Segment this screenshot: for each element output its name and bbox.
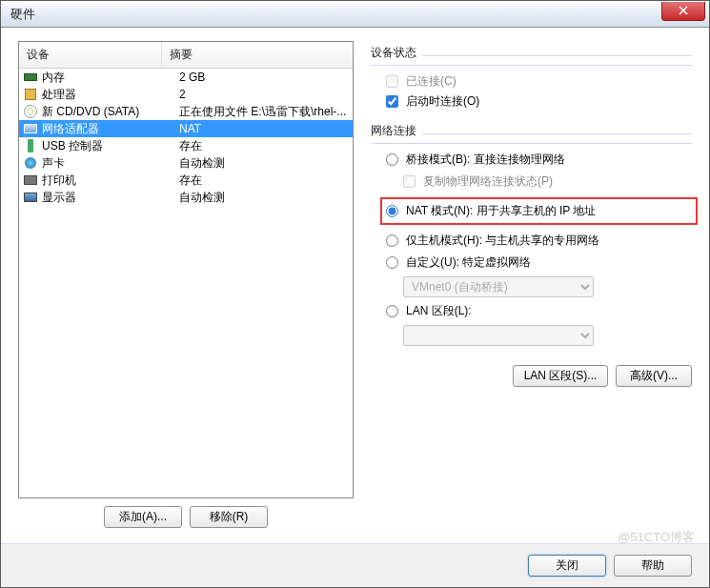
- lan-segment-radio[interactable]: [386, 305, 398, 317]
- table-row[interactable]: 内存2 GB: [19, 69, 353, 86]
- remove-button[interactable]: 移除(R): [190, 506, 268, 528]
- bridged-radio[interactable]: [386, 153, 398, 166]
- titlebar: 硬件: [1, 1, 709, 28]
- dialog-footer: 关闭 帮助: [1, 543, 709, 587]
- dialog-body: 设备 摘要 内存2 GB处理器2新 CD/DVD (SATA)正在使用文件 E:…: [1, 28, 709, 543]
- sound-icon: [23, 155, 38, 171]
- device-summary: 2: [179, 88, 349, 101]
- network-connection-group: 网络连接 桥接模式(B): 直接连接物理网络 复制物理网络连接状态(P) NAT…: [371, 123, 692, 346]
- replicate-checkbox: [403, 175, 416, 188]
- usb-icon: [23, 138, 38, 153]
- close-dialog-button[interactable]: 关闭: [528, 555, 606, 577]
- add-button[interactable]: 添加(A)...: [104, 506, 182, 528]
- lan-segments-button[interactable]: LAN 区段(S)...: [513, 365, 608, 387]
- connected-checkbox-row[interactable]: 已连接(C): [386, 73, 692, 90]
- display-icon: [23, 190, 38, 205]
- net-icon: [23, 121, 38, 136]
- bridged-radio-row[interactable]: 桥接模式(B): 直接连接物理网络: [386, 152, 692, 168]
- lan-segment-select: [403, 325, 594, 346]
- table-row[interactable]: 网络适配器NAT: [19, 120, 353, 137]
- device-status-group: 设备状态 已连接(C) 启动时连接(O): [371, 45, 692, 110]
- custom-network-select: VMnet0 (自动桥接): [403, 276, 594, 297]
- device-summary: 正在使用文件 E:\迅雷下载\rhel-...: [179, 104, 349, 120]
- close-button[interactable]: [661, 2, 705, 21]
- group-title-network: 网络连接: [371, 123, 416, 139]
- device-name: 声卡: [42, 155, 179, 172]
- device-name: 打印机: [42, 172, 179, 189]
- custom-radio-row[interactable]: 自定义(U): 特定虚拟网络: [386, 254, 692, 271]
- nat-radio[interactable]: [386, 205, 398, 217]
- device-summary: 存在: [179, 172, 349, 189]
- connect-on-start-checkbox[interactable]: [386, 95, 398, 108]
- device-name: 显示器: [42, 190, 179, 206]
- device-table: 设备 摘要 内存2 GB处理器2新 CD/DVD (SATA)正在使用文件 E:…: [18, 41, 354, 498]
- hostonly-radio[interactable]: [386, 234, 398, 247]
- advanced-button[interactable]: 高级(V)...: [616, 365, 692, 387]
- col-summary[interactable]: 摘要: [162, 42, 353, 68]
- cd-icon: [23, 104, 38, 119]
- hardware-dialog: 硬件 设备 摘要 内存2 GB处理器2新 CD/DVD (SATA)正在使用文件…: [0, 0, 710, 588]
- table-row[interactable]: 处理器2: [19, 86, 353, 103]
- memory-icon: [23, 70, 38, 85]
- cpu-icon: [23, 87, 38, 102]
- connect-on-start-row[interactable]: 启动时连接(O): [386, 93, 692, 110]
- device-summary: NAT: [179, 122, 349, 135]
- network-extra-buttons: LAN 区段(S)... 高级(V)...: [371, 365, 692, 387]
- table-row[interactable]: 显示器自动检测: [19, 189, 353, 206]
- device-name: USB 控制器: [42, 138, 179, 154]
- table-header: 设备 摘要: [19, 42, 353, 69]
- table-row[interactable]: USB 控制器存在: [19, 137, 353, 154]
- table-row[interactable]: 声卡自动检测: [19, 154, 353, 172]
- device-summary: 2 GB: [179, 71, 349, 84]
- custom-radio[interactable]: [386, 256, 398, 269]
- nat-highlight: NAT 模式(N): 用于共享主机的 IP 地址: [380, 197, 698, 225]
- connected-checkbox: [386, 75, 398, 88]
- settings-pane: 设备状态 已连接(C) 启动时连接(O) 网络连接: [371, 41, 692, 534]
- device-summary: 自动检测: [179, 155, 349, 172]
- device-buttons: 添加(A)... 移除(R): [18, 506, 354, 528]
- device-name: 新 CD/DVD (SATA): [42, 104, 179, 120]
- help-button[interactable]: 帮助: [614, 555, 692, 577]
- hostonly-radio-row[interactable]: 仅主机模式(H): 与主机共享的专用网络: [386, 233, 692, 249]
- replicate-checkbox-row: 复制物理网络连接状态(P): [403, 173, 692, 190]
- device-name: 处理器: [42, 87, 179, 103]
- printer-icon: [23, 172, 38, 188]
- device-name: 网络适配器: [42, 121, 179, 137]
- table-row[interactable]: 新 CD/DVD (SATA)正在使用文件 E:\迅雷下载\rhel-...: [19, 103, 353, 120]
- lan-segment-radio-row[interactable]: LAN 区段(L):: [386, 303, 692, 319]
- device-name: 内存: [42, 70, 179, 86]
- col-device[interactable]: 设备: [19, 42, 162, 68]
- device-summary: 存在: [179, 138, 349, 154]
- close-icon: [679, 6, 688, 15]
- table-row[interactable]: 打印机存在: [19, 172, 353, 189]
- window-title: 硬件: [10, 6, 661, 23]
- nat-radio-row[interactable]: NAT 模式(N): 用于共享主机的 IP 地址: [386, 203, 692, 219]
- device-summary: 自动检测: [179, 190, 349, 206]
- device-pane: 设备 摘要 内存2 GB处理器2新 CD/DVD (SATA)正在使用文件 E:…: [18, 41, 354, 534]
- group-title-status: 设备状态: [371, 45, 416, 61]
